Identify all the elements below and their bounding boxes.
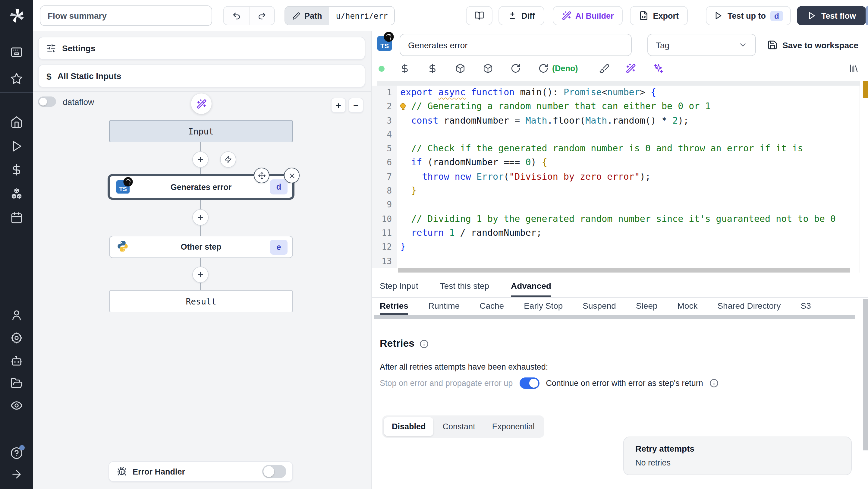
path-button[interactable]: Path — [285, 7, 330, 25]
editor-scrollbar-zone[interactable] — [860, 81, 868, 273]
plus-icon — [196, 271, 204, 279]
package-lock-button[interactable] — [483, 63, 493, 73]
windmill-logo[interactable] — [0, 0, 33, 31]
subtab-cache[interactable]: Cache — [479, 298, 504, 315]
undo-button[interactable] — [224, 7, 249, 25]
subtab-shared-directory[interactable]: Shared Directory — [717, 298, 781, 315]
deno-icon — [383, 31, 394, 42]
subtab-retries[interactable]: Retries — [380, 298, 408, 315]
package-button[interactable] — [455, 63, 465, 73]
sidebar-item-resources[interactable] — [10, 187, 23, 200]
play-icon — [807, 11, 817, 21]
ai-builder-button[interactable]: AI Builder — [553, 6, 623, 25]
sidebar-item-folders[interactable] — [10, 377, 23, 390]
line-number: 11 — [372, 226, 397, 240]
sidebar-item-favorites[interactable] — [10, 72, 23, 85]
insert-step-button[interactable] — [192, 267, 209, 283]
save-to-workspace-button[interactable]: Save to workspace — [767, 34, 858, 56]
trigger-button[interactable] — [220, 151, 236, 167]
tag-select[interactable]: Tag — [647, 34, 756, 56]
insert-step-button[interactable] — [192, 209, 209, 225]
test-flow-button[interactable]: Test flow — [797, 6, 866, 25]
result-node[interactable]: Result — [109, 290, 293, 312]
package-icon — [455, 63, 465, 73]
sidebar-item-account[interactable] — [10, 309, 23, 322]
code-line: 4 — [372, 128, 860, 142]
retry-attempts-value: No retries — [635, 458, 840, 467]
format-code-button[interactable] — [599, 63, 610, 73]
flow-panel: Settings $ All Static Inputs dataflow + … — [33, 31, 371, 489]
redo-button[interactable] — [249, 7, 274, 25]
sidebar-item-schedules[interactable] — [10, 212, 23, 224]
editor-horizontal-scrollbar[interactable] — [398, 268, 850, 273]
line-number: 6 — [372, 156, 397, 170]
panel-vertical-scrollbar[interactable] — [863, 299, 868, 450]
code-line: 11 return 1 / randomNumber; — [372, 226, 860, 240]
variable-picker-button[interactable] — [400, 63, 410, 73]
line-number: 10 — [372, 212, 397, 226]
ai-sparkles-button[interactable] — [653, 63, 664, 73]
code-line-content: throw new Error("Division by zero error"… — [397, 170, 651, 184]
runtime-reload-button[interactable] — [538, 63, 549, 73]
subtab-sleep[interactable]: Sleep — [636, 298, 658, 315]
step-name-input[interactable] — [400, 34, 632, 56]
subtab-runtime[interactable]: Runtime — [428, 298, 460, 315]
test-up-to-button[interactable]: Test up tod — [706, 6, 791, 25]
sidebar-item-settings[interactable] — [10, 332, 23, 344]
docs-button[interactable] — [466, 6, 493, 25]
calendar-icon — [10, 212, 23, 224]
bug-icon — [117, 467, 127, 476]
right-edge-panel-sliver — [866, 6, 868, 25]
path-value[interactable]: u/henri/err — [330, 7, 395, 25]
ai-edit-button[interactable] — [626, 63, 636, 73]
sidebar-item-assistant[interactable] — [10, 355, 23, 367]
tab-test-this-step[interactable]: Test this step — [440, 276, 489, 297]
resource-picker-button[interactable] — [427, 63, 438, 73]
result-node-label: Result — [186, 296, 216, 306]
sidebar-item-audit[interactable] — [10, 399, 23, 412]
retry-mode-constant[interactable]: Constant — [435, 417, 483, 436]
error-handler-label: Error Handler — [133, 467, 185, 476]
info-icon[interactable] — [710, 379, 719, 388]
line-number: 2 — [372, 100, 397, 114]
subtab-mock[interactable]: Mock — [678, 298, 698, 315]
diff-button[interactable]: Diff — [498, 6, 544, 25]
tab-step-input[interactable]: Step Input — [380, 276, 418, 297]
subtabs-horizontal-scrollbar[interactable] — [374, 315, 855, 319]
code-line-content: } — [397, 184, 416, 198]
sidebar-item-collapse[interactable] — [10, 468, 23, 481]
reload-button[interactable] — [510, 63, 521, 73]
runtime-label[interactable]: (Deno) — [552, 64, 578, 73]
sidebar-item-runs[interactable] — [10, 140, 23, 153]
sidebar-item-help[interactable] — [10, 447, 23, 459]
line-number: 7 — [372, 170, 397, 184]
step-node-other-step[interactable]: Other step e — [109, 236, 293, 258]
export-button[interactable]: Export — [630, 6, 688, 25]
subtab-s3[interactable]: S3 — [801, 298, 811, 315]
flow-summary-input[interactable] — [40, 5, 212, 26]
code-line: 2 // Generating a random number that can… — [372, 100, 860, 114]
input-node[interactable]: Input — [109, 120, 293, 142]
continue-on-error-label: Continue on error with error as step's r… — [546, 379, 703, 388]
info-icon[interactable] — [419, 339, 428, 348]
user-icon — [10, 309, 23, 322]
sidebar-item-apps[interactable] — [10, 46, 23, 59]
error-handler-card[interactable]: Error Handler — [108, 461, 293, 482]
subtab-early-stop[interactable]: Early Stop — [524, 298, 563, 315]
tab-advanced[interactable]: Advanced — [511, 276, 551, 297]
plus-icon — [196, 156, 204, 163]
library-button[interactable] — [849, 63, 859, 73]
tag-select-value: Tag — [656, 40, 670, 50]
subtab-suspend[interactable]: Suspend — [583, 298, 616, 315]
code-editor[interactable]: 1export async function main(): Promise<n… — [372, 81, 868, 273]
insert-step-button[interactable] — [192, 151, 209, 167]
continue-on-error-toggle[interactable] — [519, 377, 539, 389]
python-icon — [116, 240, 129, 252]
delete-step-button[interactable] — [284, 167, 300, 183]
sidebar-item-home[interactable] — [10, 116, 23, 128]
move-step-button[interactable] — [254, 167, 270, 183]
retry-mode-exponential[interactable]: Exponential — [484, 417, 542, 436]
sidebar-item-variables[interactable] — [10, 163, 23, 176]
error-handler-toggle[interactable] — [262, 465, 286, 478]
retry-mode-disabled[interactable]: Disabled — [384, 417, 434, 436]
